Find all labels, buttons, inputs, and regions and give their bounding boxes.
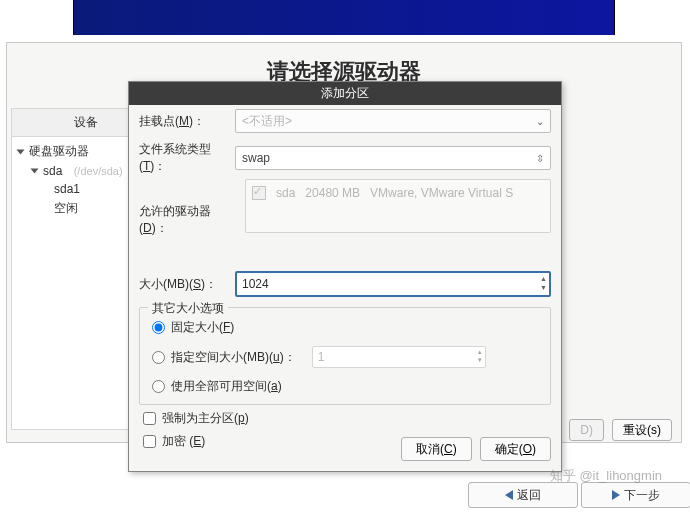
tree-label: sda [43,164,62,178]
drive-size: 20480 MB [305,186,360,200]
mount-point-combo[interactable]: <不适用>⌄ [235,109,551,133]
tree-dev-path: (/dev/sda) [74,165,123,177]
add-partition-dialog: 添加分区 挂载点(M)： <不适用>⌄ 文件系统类型(T)： swap⇳ sda… [128,81,562,472]
primary-checkbox-row[interactable]: 强制为主分区(p) [129,407,561,430]
fs-type-combo[interactable]: swap⇳ [235,146,551,170]
watermark: 知乎 @it_lihongmin [550,467,662,485]
dialog-title: 添加分区 [129,82,561,105]
ok-button[interactable]: 确定(O) [480,437,551,461]
size-label: 大小(MB)(S)： [139,276,235,293]
mount-point-row: 挂载点(M)： <不适用>⌄ [129,105,561,137]
radio-upto-label: 指定空间大小(MB)(u)： [171,349,296,366]
upto-size-input: 1▲▼ [312,346,486,368]
combo-value: <不适用> [242,113,292,130]
radio-all[interactable] [152,380,165,393]
encrypt-label: 加密 (E) [162,433,205,450]
tree-label: 硬盘驱动器 [29,143,89,160]
group-legend: 其它大小选项 [148,300,228,317]
arrow-right-icon [612,490,620,500]
radio-fixed[interactable] [152,321,165,334]
spin-buttons[interactable]: ▲▼ [540,274,547,292]
other-size-group: 其它大小选项 固定大小(F) 指定空间大小(MB)(u)：1▲▼ 使用全部可用空… [139,307,551,405]
size-row: 大小(MB)(S)： 1024▲▼ [129,267,561,301]
drive-name: sda [276,186,295,200]
encrypt-checkbox[interactable] [143,435,156,448]
drives-label-row: 允许的驱动器(D)： [129,199,561,241]
primary-label: 强制为主分区(p) [162,410,249,427]
fs-type-label: 文件系统类型(T)： [139,141,235,175]
bg-button-d: D) [569,419,604,441]
radio-fixed-row[interactable]: 固定大小(F) [148,314,542,341]
back-label: 返回 [517,487,541,504]
arrow-left-icon [505,490,513,500]
allowable-drives-label: 允许的驱动器(D)： [139,203,235,237]
mount-point-label: 挂载点(M)： [139,113,235,130]
next-label: 下一步 [624,487,660,504]
tree-label: sda1 [54,182,80,196]
drive-checkbox [252,186,266,200]
next-button[interactable]: 下一步 [581,482,690,508]
radio-upto-row[interactable]: 指定空间大小(MB)(u)：1▲▼ [148,341,542,373]
fs-type-row: 文件系统类型(T)： swap⇳ [129,137,561,179]
combo-value: swap [242,151,270,165]
radio-all-row[interactable]: 使用全部可用空间(a) [148,373,542,400]
size-value: 1024 [242,277,269,291]
tree-label: 空闲 [54,200,78,217]
bg-button-row: D) 重设(s) [569,419,672,441]
radio-all-label: 使用全部可用空间(a) [171,378,282,395]
dialog-buttons: 取消(C) 确定(O) [401,437,551,461]
primary-checkbox[interactable] [143,412,156,425]
expand-icon [31,169,39,174]
radio-fixed-label: 固定大小(F) [171,319,234,336]
back-button[interactable]: 返回 [468,482,578,508]
radio-upto[interactable] [152,351,165,364]
size-input[interactable]: 1024▲▼ [235,271,551,297]
reset-button[interactable]: 重设(s) [612,419,672,441]
drive-desc: VMware, VMware Virtual S [370,186,513,200]
chevron-down-icon: ⌄ [536,116,544,127]
expand-icon [17,149,25,154]
updown-icon: ⇳ [536,153,544,164]
installer-banner [73,0,615,35]
cancel-button[interactable]: 取消(C) [401,437,472,461]
upto-size-value: 1 [318,350,325,364]
